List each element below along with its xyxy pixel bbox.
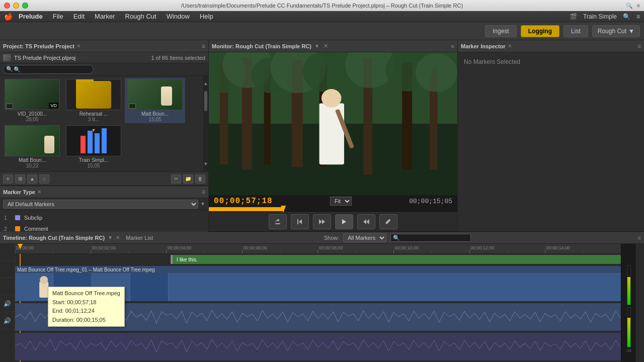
thumbnail-image (66, 79, 121, 110)
timeline-search-input[interactable] (390, 234, 471, 242)
up-btn[interactable]: ▲ (27, 174, 37, 184)
maximize-button[interactable] (22, 3, 28, 9)
search-bar: 🔍 (0, 63, 208, 76)
svg-point-17 (416, 53, 457, 92)
menu-edit[interactable]: Edit (69, 12, 89, 21)
items-count: 1 of 86 Items selected (151, 55, 205, 61)
close-button[interactable] (4, 3, 10, 9)
svg-rect-21 (275, 223, 280, 224)
logging-button[interactable]: Logging (521, 25, 559, 37)
roughcut-button[interactable]: Rough Cut ▼ (592, 25, 640, 37)
video-trees (209, 52, 457, 195)
timeline-ruler: 00;00;00 00;00;02;00 00;00;04;00 00;00;0… (15, 244, 621, 254)
skip-to-in-button[interactable] (291, 214, 309, 229)
monitor-progress-bar[interactable] (209, 207, 457, 211)
marker-inspector-title: Marker Inspector (461, 43, 506, 49)
settings-button[interactable] (379, 214, 397, 229)
train-simple-label: Train Simple (583, 13, 617, 20)
monitor-close-btn[interactable]: ✕ (324, 43, 328, 49)
svg-text:00;00;08;00: 00;00;08;00 (319, 245, 343, 250)
delete-btn[interactable]: 🗑 (195, 174, 205, 184)
fast-forward-button[interactable] (357, 214, 375, 229)
list-item[interactable]: Matt Boun... 15;05 (125, 78, 185, 123)
svg-text:00;00;14;00: 00;00;14;00 (546, 245, 571, 250)
search-wrapper: 🔍 (3, 65, 94, 74)
thumb-duration: 28;05 (26, 117, 38, 122)
marker-type-menu-btn[interactable]: ≡ (202, 189, 205, 196)
video-icon-overlay (6, 104, 13, 109)
tooltip-duration: Duration: 00;00;15;05 (52, 316, 120, 325)
project-menu-btn[interactable]: ≡ (202, 43, 205, 50)
search-input[interactable] (3, 65, 94, 74)
timeline-dropdown[interactable]: ▼ (108, 235, 113, 240)
marker-filter-select[interactable]: All Default Markers (3, 200, 198, 209)
svg-point-19 (321, 89, 342, 108)
roughcut-dropdown-icon[interactable]: ▼ (628, 28, 634, 35)
timeline-close-btn[interactable]: ✕ (116, 235, 120, 240)
list-button[interactable]: List (564, 25, 588, 37)
monitor-dropdown-icon[interactable]: ▼ (314, 43, 319, 49)
menu-marker[interactable]: Marker (91, 12, 119, 21)
menu-file[interactable]: File (49, 12, 67, 21)
marker-inspector-close-btn[interactable]: ✕ (508, 43, 512, 49)
list-item[interactable]: Rehearsal ... 3 It... (63, 78, 124, 123)
left-panel: Project: TS Prelude Project ✕ ≡ TS Prelu… (0, 40, 209, 231)
svg-text:00;00;04;00: 00;00;04;00 (168, 245, 192, 250)
spotlight-icon[interactable]: 🔍 (626, 3, 633, 9)
marker-inspector-panel: Marker Inspector ✕ ≡ No Markers Selected (458, 40, 644, 231)
scroll-thumb[interactable] (204, 91, 207, 111)
window-controls[interactable] (4, 3, 28, 9)
project-panel: Project: TS Prelude Project ✕ ≡ TS Prelu… (0, 40, 208, 186)
menu-help[interactable]: Help (196, 12, 217, 21)
list-icon[interactable]: ≡ (636, 13, 640, 20)
home-btn[interactable]: ⌂ (39, 174, 49, 184)
svg-text:00;00;06;00: 00;00;06;00 (244, 245, 268, 250)
grid-view-btn[interactable]: ⊞ (15, 174, 25, 184)
share-button[interactable] (269, 214, 287, 229)
project-close-btn[interactable]: ✕ (76, 43, 80, 49)
list-view-btn[interactable]: ≡ (3, 174, 13, 184)
right-scroll-area[interactable]: ▶ (636, 244, 644, 362)
timeline-header: Timeline: Rough Cut (Train Simple RC) ▼ … (0, 232, 644, 244)
notification-icon[interactable]: 🔍 (623, 13, 630, 20)
fit-select[interactable]: Fit (330, 197, 352, 206)
marker-inspector-menu-btn[interactable]: ≡ (637, 43, 641, 50)
share-icon (274, 218, 281, 225)
marker-type-close-btn[interactable]: ✕ (37, 189, 41, 195)
delete-subclip-btn[interactable]: ✂ (171, 174, 181, 184)
app-name[interactable]: Prelude (19, 13, 43, 20)
list-item[interactable]: VD VID_20100... 28;05 (2, 78, 62, 123)
svg-text:Matt Bounce Off Tree.mpeg_01 –: Matt Bounce Off Tree.mpeg_01 – Matt Boun… (17, 267, 155, 273)
minimize-button[interactable] (13, 3, 19, 9)
project-scrollbar[interactable]: ▲ ▼ (203, 76, 208, 171)
monitor-area (209, 52, 457, 195)
show-select[interactable]: All Markers (343, 233, 386, 242)
level-meter-right (627, 307, 631, 347)
svg-point-59 (40, 276, 48, 284)
monitor-menu-btn[interactable]: ≡ (451, 43, 454, 49)
marker-name: Comment (24, 226, 48, 232)
track-gutter: 🔊 🔊 (0, 244, 15, 362)
video-gutter (0, 278, 15, 295)
timecode-current: 00;00;57;18 (214, 197, 273, 206)
monitor-controls (209, 211, 457, 231)
menu-roughcut[interactable]: Rough Cut (121, 12, 160, 21)
menu-window[interactable]: Window (163, 12, 194, 21)
list-item[interactable]: Matt Boun... 10;22 (2, 124, 62, 169)
marker-num: 2 (4, 226, 11, 232)
marker-list-tab[interactable]: Marker List (122, 234, 157, 242)
thumb-label: Matt Boun... (5, 157, 60, 163)
rewind-button[interactable] (313, 214, 331, 229)
ingest-button[interactable]: Ingest (485, 25, 517, 37)
marker-num: 1 (4, 215, 11, 221)
marker-row-subclip[interactable]: 1 Subclip (0, 212, 208, 223)
thumbnail-image: ▼ (66, 125, 121, 156)
timeline-menu-btn[interactable]: ≡ (638, 235, 641, 241)
project-info-bar: TS Prelude Project.plproj 1 of 86 Items … (0, 52, 208, 63)
title-bar: /Users/trainsimple/Documents/Prelude CC … (0, 0, 644, 11)
play-button[interactable] (335, 214, 353, 229)
apple-icon[interactable]: 🍎 (4, 13, 13, 21)
list-item[interactable]: ▼ Train Simpl... 15;05 (63, 124, 124, 169)
thumb-label: Rehearsal ... (66, 111, 121, 117)
new-folder-btn[interactable]: 📁 (183, 174, 193, 184)
